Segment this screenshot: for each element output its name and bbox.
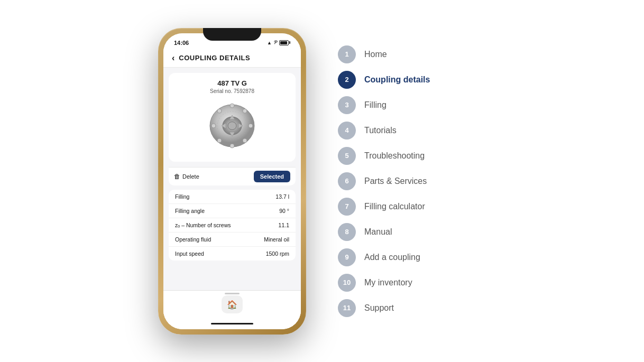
nav-item-3[interactable]: 3Filling	[338, 96, 486, 114]
nav-number-2: 2	[338, 71, 356, 89]
back-button[interactable]: ‹	[172, 53, 174, 63]
app-body: 487 TV G Serial no. 7592878	[163, 68, 301, 290]
svg-point-3	[230, 104, 234, 108]
svg-point-9	[211, 124, 216, 128]
detail-value-speed: 1500 rpm	[266, 250, 289, 257]
delete-label: Delete	[182, 173, 199, 180]
nav-item-4[interactable]: 4Tutorials	[338, 122, 486, 140]
nav-label-10: My inventory	[364, 278, 412, 287]
nav-number-5: 5	[338, 147, 356, 165]
svg-point-7	[230, 144, 234, 148]
nav-label-2: Coupling details	[364, 75, 430, 85]
trash-icon: 🗑	[174, 173, 180, 180]
nav-label-9: Add a coupling	[364, 253, 420, 262]
svg-point-5	[249, 124, 253, 128]
coupling-name: 487 TV G	[217, 79, 247, 87]
nav-number-7: 7	[338, 198, 356, 216]
detail-label-speed: Input speed	[175, 250, 204, 257]
nav-label-8: Manual	[364, 227, 392, 237]
nav-label-1: Home	[364, 50, 387, 59]
detail-row: Filling 13.7 l	[169, 190, 296, 204]
nav-label-6: Parts & Services	[364, 177, 427, 186]
detail-value-screws: 11.1	[279, 222, 289, 228]
coupling-svg	[206, 99, 259, 150]
nav-label-7: Filling calculator	[364, 202, 425, 211]
app-screen: ‹ COUPLING DETAILS 487 TV G Serial no. 7…	[163, 49, 301, 329]
app-header: ‹ COUPLING DETAILS	[163, 49, 301, 68]
scroll-indicator	[225, 293, 240, 294]
svg-point-10	[217, 109, 222, 113]
signal-icon: ▲	[267, 40, 272, 45]
nav-list: 1Home2Coupling details3Filling4Tutorials…	[338, 45, 486, 317]
main-container: 14:06 ▲ 𝓟 ‹ COUPLING DE	[0, 0, 644, 362]
nav-item-11[interactable]: 11Support	[338, 299, 486, 317]
detail-row: Filling angle 90 °	[169, 204, 296, 218]
svg-point-2	[228, 122, 236, 130]
nav-item-7[interactable]: 7Filling calculator	[338, 198, 486, 216]
bottom-nav: 🏠	[163, 290, 301, 319]
nav-label-5: Troubleshooting	[364, 151, 425, 161]
detail-label-filling: Filling	[175, 193, 189, 200]
status-time: 14:06	[174, 40, 189, 46]
nav-number-3: 3	[338, 96, 356, 114]
wifi-icon: 𝓟	[274, 40, 277, 45]
details-list: Filling 13.7 l Filling angle 90 ° z₀ – N…	[169, 190, 296, 261]
svg-point-4	[243, 109, 247, 113]
phone-outer: 14:06 ▲ 𝓟 ‹ COUPLING DE	[158, 28, 306, 335]
nav-number-11: 11	[338, 299, 356, 317]
action-row: 🗑 Delete Selected	[169, 167, 296, 185]
home-button[interactable]: 🏠	[222, 295, 243, 313]
nav-number-1: 1	[338, 45, 356, 63]
home-bar	[163, 319, 301, 329]
nav-item-10[interactable]: 10My inventory	[338, 274, 486, 292]
detail-value-filling-angle: 90 °	[279, 208, 289, 214]
nav-number-9: 9	[338, 248, 356, 266]
nav-item-5[interactable]: 5Troubleshooting	[338, 147, 486, 165]
nav-item-1[interactable]: 1Home	[338, 45, 486, 63]
detail-value-fluid: Mineral oil	[264, 236, 289, 243]
nav-label-11: Support	[364, 303, 394, 313]
selected-button[interactable]: Selected	[254, 171, 290, 182]
svg-point-6	[243, 138, 247, 143]
svg-point-8	[217, 138, 222, 143]
detail-label-fluid: Operating fluid	[175, 236, 211, 243]
nav-item-9[interactable]: 9Add a coupling	[338, 248, 486, 266]
detail-row: Input speed 1500 rpm	[169, 247, 296, 261]
nav-number-8: 8	[338, 223, 356, 241]
nav-number-4: 4	[338, 122, 356, 140]
detail-label-filling-angle: Filling angle	[175, 208, 205, 214]
nav-label-3: Filling	[364, 100, 387, 110]
status-icons: ▲ 𝓟	[267, 40, 290, 45]
home-bar-line	[211, 323, 253, 324]
delete-button[interactable]: 🗑 Delete	[174, 173, 199, 180]
phone-notch	[203, 28, 261, 41]
nav-number-6: 6	[338, 172, 356, 190]
nav-number-10: 10	[338, 274, 356, 292]
phone-screen: 14:06 ▲ 𝓟 ‹ COUPLING DE	[163, 33, 301, 329]
detail-value-filling: 13.7 l	[275, 193, 289, 200]
detail-label-screws: z₀ – Number of screws	[175, 222, 231, 228]
nav-item-6[interactable]: 6Parts & Services	[338, 172, 486, 190]
battery-icon	[279, 40, 290, 45]
detail-row: z₀ – Number of screws 11.1	[169, 218, 296, 233]
nav-item-2[interactable]: 2Coupling details	[338, 71, 486, 89]
nav-item-8[interactable]: 8Manual	[338, 223, 486, 241]
phone-wrapper: 14:06 ▲ 𝓟 ‹ COUPLING DE	[158, 28, 306, 335]
app-title: COUPLING DETAILS	[179, 54, 250, 62]
coupling-serial: Serial no. 7592878	[210, 88, 254, 94]
nav-label-4: Tutorials	[364, 126, 397, 135]
detail-row: Operating fluid Mineral oil	[169, 233, 296, 247]
coupling-card: 487 TV G Serial no. 7592878	[169, 73, 296, 162]
coupling-image	[203, 98, 261, 151]
